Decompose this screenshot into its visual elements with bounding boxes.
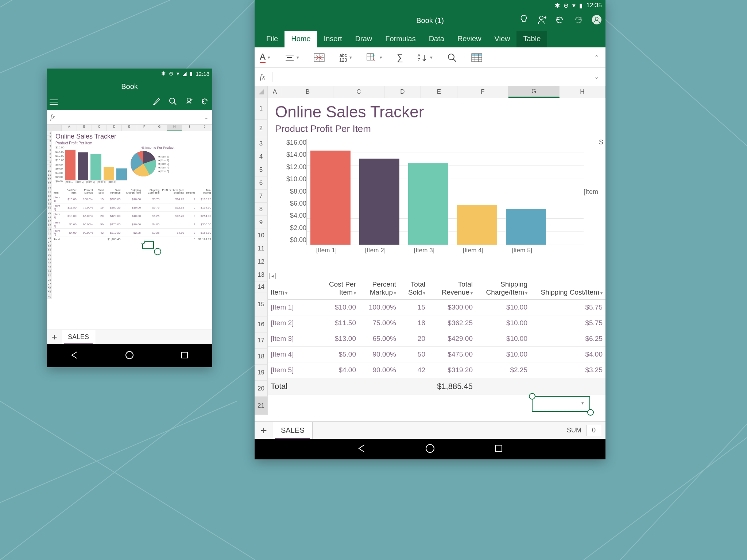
document-title: Book (1)	[416, 16, 444, 25]
tab-table[interactable]: Table	[516, 31, 547, 47]
tab-file[interactable]: File	[260, 31, 285, 47]
dnd-icon: ⊖	[169, 70, 174, 77]
selection-handles[interactable]	[142, 241, 163, 255]
insert-delete-button[interactable]: +×▾	[367, 53, 382, 62]
pie-chart	[131, 151, 156, 176]
search-icon[interactable]	[169, 97, 177, 107]
svg-point-20	[539, 16, 543, 20]
tab-data[interactable]: Data	[422, 31, 451, 47]
phone-data-table[interactable]: ItemCost Per ItemPercent MarkupTotal Sol…	[53, 188, 212, 242]
svg-line-4	[584, 0, 747, 146]
data-table[interactable]: Item▾ Cost Per Item▾ Percent Markup▾ Tot…	[268, 278, 605, 395]
status-time: 12:18	[196, 71, 209, 77]
tablet-device: ✱ ⊖ ▾ ▮ 12:35 Book (1) File Home Insert …	[255, 0, 605, 459]
filter-caret-icon[interactable]: ▾	[581, 400, 584, 406]
sheet-tabs-bar: + SALES SUM 0	[255, 421, 605, 439]
table-button[interactable]	[471, 53, 482, 62]
tab-review[interactable]: Review	[451, 31, 488, 47]
select-all-corner[interactable]	[255, 86, 268, 98]
sheet-tab-sales[interactable]: SALES	[62, 330, 95, 345]
redo-icon[interactable]	[573, 15, 583, 26]
lightbulb-icon[interactable]	[519, 15, 528, 27]
find-button[interactable]	[447, 53, 457, 62]
home-icon[interactable]	[125, 350, 134, 361]
undo-icon[interactable]	[555, 15, 565, 26]
sheet-title: Online Sales Tracker	[53, 131, 212, 141]
table-row: [Item 2]$11.5075.00%18$362.25$10.00$5.75	[268, 315, 605, 331]
sheet-tab-sales[interactable]: SALES	[273, 422, 313, 439]
undo-icon[interactable]	[201, 97, 209, 107]
svg-line-8	[0, 401, 237, 510]
row-numbers[interactable]: 123456789101112131415161718192021	[255, 98, 268, 415]
sheet-body[interactable]: 123456789101112131415161718192021 Online…	[255, 98, 605, 440]
share-icon[interactable]	[185, 97, 193, 107]
svg-point-18	[126, 351, 133, 359]
draw-icon[interactable]	[152, 97, 161, 107]
back-icon[interactable]	[356, 443, 367, 455]
number-format-button[interactable]: abc123▾	[339, 53, 352, 62]
legend-cut: [Item	[584, 139, 598, 245]
fx-label: fx	[260, 72, 272, 82]
svg-point-39	[448, 54, 454, 60]
svg-rect-48	[495, 445, 502, 452]
account-icon[interactable]	[592, 15, 602, 27]
phone-title: Book	[47, 79, 212, 94]
sort-button[interactable]: AZ▾	[418, 53, 433, 62]
status-time: 12:35	[586, 2, 602, 9]
dnd-icon: ⊖	[564, 2, 569, 9]
svg-text:A: A	[418, 53, 421, 58]
tab-formulas[interactable]: Formulas	[379, 31, 422, 47]
chevron-down-icon[interactable]: ⌄	[204, 114, 209, 121]
phone-formula-bar[interactable]: fx ⌄	[47, 110, 212, 125]
align-button[interactable]: ▾	[285, 54, 299, 61]
total-row: Total$1,885.45	[268, 378, 605, 395]
collapse-ribbon-icon[interactable]: ⌃	[594, 54, 599, 61]
phone-row-numbers[interactable]: 1234567891011121314151617181920212223242…	[47, 131, 52, 299]
truncated-text: S	[599, 139, 603, 146]
selection-handle[interactable]	[587, 409, 594, 416]
font-color-button[interactable]: A▾	[260, 52, 270, 63]
ribbon-tabs: File Home Insert Draw Formulas Data Revi…	[255, 30, 605, 47]
add-sheet-button[interactable]: +	[47, 331, 62, 343]
home-icon[interactable]	[425, 443, 435, 455]
cell-style-button[interactable]	[314, 53, 325, 62]
fx-label: fx	[50, 113, 55, 121]
svg-line-3	[0, 401, 255, 560]
formula-bar[interactable]: fx ⌄	[255, 68, 605, 86]
hamburger-icon[interactable]	[50, 98, 58, 106]
phone-status-bar: ✱ ⊖ ▾ ◢ ▮ 12:18	[47, 69, 212, 79]
column-headers[interactable]: A B C D E F G H	[255, 86, 605, 98]
tab-insert[interactable]: Insert	[317, 31, 349, 47]
svg-point-11	[187, 98, 191, 102]
table-row: [Item 5]$4.0090.00%42$319.20$2.25$3.25	[268, 362, 605, 378]
share-icon[interactable]	[537, 15, 546, 27]
svg-line-2	[0, 365, 255, 560]
recent-icon[interactable]	[180, 350, 189, 361]
autosum-button[interactable]: ∑	[397, 52, 403, 63]
table-row: [Item 3]$13.0065.00%20$429.00$10.00$6.25	[268, 331, 605, 347]
tablet-titlebar: Book (1)	[255, 11, 605, 30]
battery-icon: ▮	[190, 70, 193, 77]
phone-sheet[interactable]: Online Sales Tracker Product Profit Per …	[47, 131, 212, 330]
back-icon[interactable]	[70, 350, 79, 361]
tab-home[interactable]: Home	[285, 31, 317, 47]
selection-handle[interactable]	[529, 393, 535, 400]
tablet-status-bar: ✱ ⊖ ▾ ▮ 12:35	[255, 0, 605, 11]
svg-point-16	[142, 241, 145, 244]
svg-line-10	[174, 102, 176, 105]
tab-view[interactable]: View	[488, 31, 516, 47]
battery-icon: ▮	[579, 2, 582, 9]
add-sheet-button[interactable]: +	[255, 424, 273, 437]
chart1-title: Product Profit Per Item	[53, 141, 212, 145]
svg-point-23	[592, 15, 601, 24]
recent-icon[interactable]	[494, 443, 504, 455]
bar-chart: $16.00$14.00$12.00$10.00$8.00$6.00$4.00$…	[268, 139, 605, 245]
svg-rect-19	[182, 352, 187, 358]
sum-value: 0	[587, 425, 601, 436]
outline-collapse-button[interactable]: ◂	[269, 273, 276, 279]
tab-draw[interactable]: Draw	[349, 31, 379, 47]
svg-rect-42	[472, 54, 482, 56]
phone-column-headers[interactable]: A B C D E F G H I J	[47, 125, 212, 131]
svg-line-7	[0, 0, 73, 7]
chevron-down-icon[interactable]: ⌄	[594, 73, 599, 80]
